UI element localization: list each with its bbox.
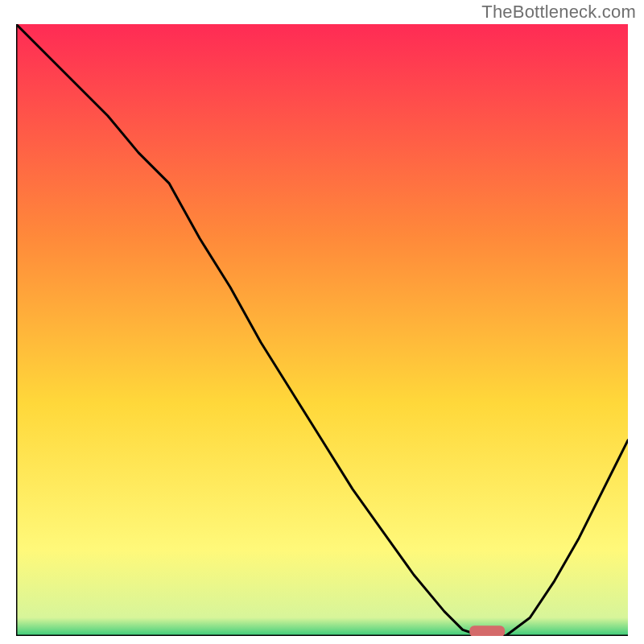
chart-frame [16,24,628,636]
bottleneck-chart [16,24,628,636]
chart-stage: TheBottleneck.com [0,0,644,644]
optimal-marker [469,625,505,636]
watermark-text: TheBottleneck.com [481,2,636,23]
